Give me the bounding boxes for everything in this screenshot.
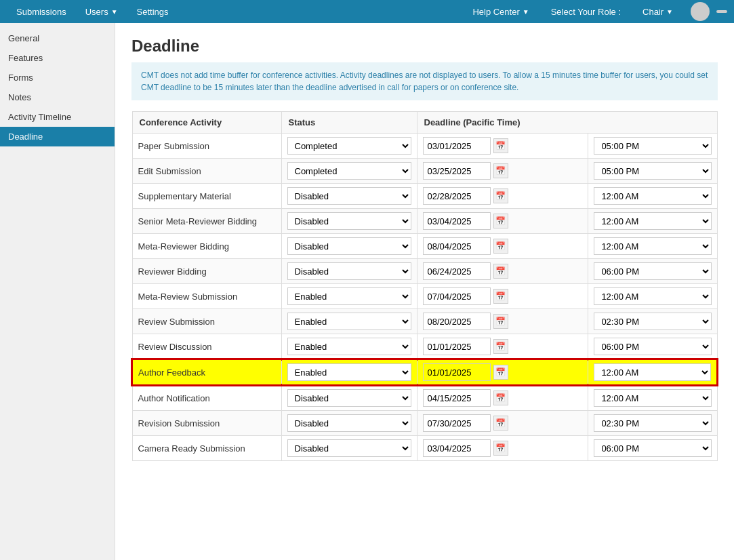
- date-input[interactable]: [423, 237, 491, 255]
- date-input[interactable]: [423, 363, 491, 381]
- date-input[interactable]: [423, 287, 491, 305]
- status-select[interactable]: DisabledEnabledCompleted: [287, 338, 411, 355]
- date-input[interactable]: [423, 414, 491, 432]
- nav-settings[interactable]: Settings: [127, 0, 178, 23]
- date-input[interactable]: [423, 439, 491, 457]
- status-select[interactable]: DisabledEnabledCompleted: [287, 262, 411, 280]
- time-select[interactable]: 12:00 AM01:00 AM02:00 AM02:30 PM05:00 PM…: [594, 313, 711, 330]
- table-row-date: 📅: [417, 385, 588, 411]
- top-navigation: Submissions Users ▼ Settings Help Center…: [0, 0, 734, 23]
- table-row-status: DisabledEnabledCompleted: [281, 184, 417, 209]
- time-select[interactable]: 12:00 AM01:00 AM02:00 AM02:30 PM05:00 PM…: [594, 389, 711, 407]
- status-select[interactable]: DisabledEnabledCompleted: [287, 363, 411, 381]
- table-row-date: 📅: [417, 234, 588, 259]
- col-header-deadline: Deadline (Pacific Time): [417, 112, 717, 134]
- nav-left: Submissions Users ▼ Settings: [7, 0, 178, 23]
- status-select[interactable]: DisabledEnabledCompleted: [287, 187, 411, 205]
- calendar-icon[interactable]: 📅: [493, 441, 508, 456]
- table-row-status: DisabledEnabledCompleted: [281, 309, 417, 334]
- status-select[interactable]: DisabledEnabledCompleted: [287, 389, 411, 407]
- user-name: [716, 10, 727, 13]
- time-select[interactable]: 12:00 AM01:00 AM02:00 AM02:30 PM05:00 PM…: [594, 439, 711, 457]
- table-row-date: 📅: [417, 359, 588, 385]
- status-select[interactable]: DisabledEnabledCompleted: [287, 414, 411, 432]
- calendar-icon[interactable]: 📅: [493, 391, 508, 405]
- calendar-icon[interactable]: 📅: [493, 365, 508, 380]
- calendar-icon[interactable]: 📅: [493, 239, 508, 254]
- time-select[interactable]: 12:00 AM01:00 AM02:00 AM02:30 PM05:00 PM…: [594, 137, 711, 155]
- table-row-activity: Revision Submission: [132, 411, 281, 436]
- table-row-status: DisabledEnabledCompleted: [281, 359, 417, 385]
- date-input[interactable]: [423, 137, 491, 155]
- sidebar-label-notes: Notes: [8, 92, 31, 102]
- nav-help-center[interactable]: Help Center ▼: [463, 0, 538, 23]
- nav-right: Help Center ▼ Select Your Role : Chair ▼: [463, 0, 727, 23]
- status-select[interactable]: DisabledEnabledCompleted: [287, 237, 411, 255]
- status-select[interactable]: DisabledEnabledCompleted: [287, 313, 411, 330]
- calendar-icon[interactable]: 📅: [493, 416, 508, 431]
- date-input[interactable]: [423, 389, 491, 407]
- nav-users[interactable]: Users ▼: [76, 0, 127, 23]
- nav-role[interactable]: Chair ▼: [633, 0, 682, 23]
- sidebar: General Features Forms Notes Activity Ti…: [0, 23, 115, 560]
- time-select[interactable]: 12:00 AM01:00 AM02:00 AM02:30 PM05:00 PM…: [594, 363, 711, 381]
- nav-select-role-label: Select Your Role :: [551, 7, 621, 17]
- sidebar-label-general: General: [8, 33, 39, 43]
- time-select[interactable]: 12:00 AM01:00 AM02:00 AM02:30 PM05:00 PM…: [594, 187, 711, 205]
- time-select[interactable]: 12:00 AM01:00 AM02:00 AM02:30 PM05:00 PM…: [594, 414, 711, 432]
- calendar-icon[interactable]: 📅: [493, 138, 508, 153]
- sidebar-item-general[interactable]: General: [0, 28, 115, 48]
- calendar-icon[interactable]: 📅: [493, 163, 508, 178]
- status-select[interactable]: DisabledEnabledCompleted: [287, 287, 411, 305]
- col-header-activity: Conference Activity: [132, 112, 281, 134]
- sidebar-item-deadline[interactable]: Deadline: [0, 127, 115, 146]
- sidebar-item-forms[interactable]: Forms: [0, 68, 115, 87]
- table-row-status: DisabledEnabledCompleted: [281, 259, 417, 284]
- date-input[interactable]: [423, 262, 491, 280]
- status-select[interactable]: DisabledEnabledCompleted: [287, 162, 411, 180]
- calendar-icon[interactable]: 📅: [493, 188, 508, 203]
- calendar-icon[interactable]: 📅: [493, 264, 508, 279]
- date-input[interactable]: [423, 162, 491, 180]
- calendar-icon[interactable]: 📅: [493, 339, 508, 354]
- sidebar-label-deadline: Deadline: [8, 132, 43, 142]
- status-select[interactable]: DisabledEnabledCompleted: [287, 439, 411, 457]
- sidebar-label-activity-timeline: Activity Timeline: [8, 112, 71, 122]
- table-row-date: 📅: [417, 259, 588, 284]
- table-row-status: DisabledEnabledCompleted: [281, 411, 417, 436]
- status-select[interactable]: DisabledEnabledCompleted: [287, 137, 411, 155]
- calendar-icon[interactable]: 📅: [493, 314, 508, 329]
- date-input[interactable]: [423, 187, 491, 205]
- table-row-time: 12:00 AM01:00 AM02:00 AM02:30 PM05:00 PM…: [588, 309, 717, 334]
- table-row-activity: Meta-Review Submission: [132, 284, 281, 309]
- time-select[interactable]: 12:00 AM01:00 AM02:00 AM02:30 PM05:00 PM…: [594, 338, 711, 355]
- time-select[interactable]: 12:00 AM01:00 AM02:00 AM02:30 PM05:00 PM…: [594, 237, 711, 255]
- table-row-date: 📅: [417, 159, 588, 184]
- calendar-icon[interactable]: 📅: [493, 214, 508, 228]
- time-select[interactable]: 12:00 AM01:00 AM02:00 AM02:30 PM05:00 PM…: [594, 212, 711, 230]
- nav-submissions[interactable]: Submissions: [7, 0, 76, 23]
- sidebar-item-notes[interactable]: Notes: [0, 87, 115, 107]
- table-row-date: 📅: [417, 284, 588, 309]
- nav-role-label: Chair: [643, 7, 664, 17]
- table-row-status: DisabledEnabledCompleted: [281, 159, 417, 184]
- nav-help-center-label: Help Center: [472, 7, 519, 17]
- status-select[interactable]: DisabledEnabledCompleted: [287, 212, 411, 230]
- date-input[interactable]: [423, 338, 491, 355]
- time-select[interactable]: 12:00 AM01:00 AM02:00 AM02:30 PM05:00 PM…: [594, 287, 711, 305]
- table-row-date: 📅: [417, 334, 588, 360]
- table-row-time: 12:00 AM01:00 AM02:00 AM02:30 PM05:00 PM…: [588, 334, 717, 360]
- table-row-activity: Supplementary Material: [132, 184, 281, 209]
- table-row-status: DisabledEnabledCompleted: [281, 385, 417, 411]
- time-select[interactable]: 12:00 AM01:00 AM02:00 AM02:30 PM05:00 PM…: [594, 262, 711, 280]
- sidebar-item-features[interactable]: Features: [0, 48, 115, 68]
- nav-submissions-label: Submissions: [16, 7, 66, 17]
- time-select[interactable]: 12:00 AM01:00 AM02:00 AM02:30 PM05:00 PM…: [594, 162, 711, 180]
- main-layout: General Features Forms Notes Activity Ti…: [0, 23, 734, 560]
- date-input[interactable]: [423, 212, 491, 230]
- sidebar-item-activity-timeline[interactable]: Activity Timeline: [0, 107, 115, 127]
- table-row-activity: Review Submission: [132, 309, 281, 334]
- date-input[interactable]: [423, 313, 491, 330]
- calendar-icon[interactable]: 📅: [493, 289, 508, 304]
- nav-settings-label: Settings: [137, 7, 169, 17]
